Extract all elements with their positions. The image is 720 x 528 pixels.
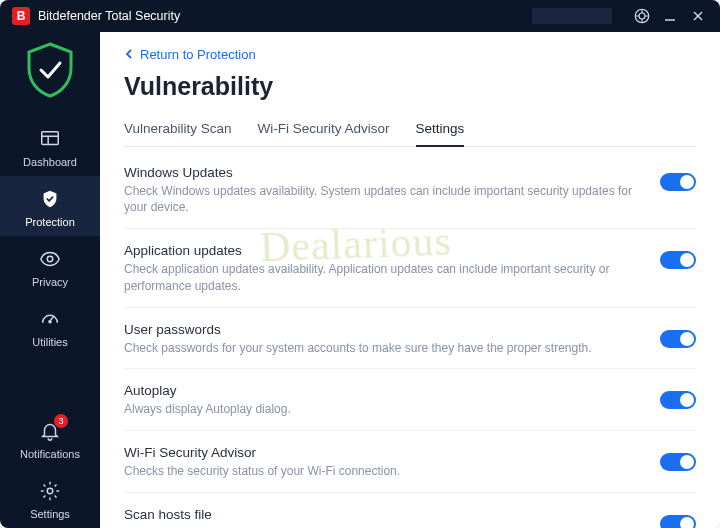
support-icon[interactable]	[632, 6, 652, 26]
sidebar-item-utilities[interactable]: Utilities	[0, 296, 100, 356]
sidebar-item-label: Protection	[25, 216, 75, 228]
setting-name: Scan hosts file	[124, 507, 640, 522]
tab-bar: Vulnerability Scan Wi-Fi Security Adviso…	[124, 115, 696, 147]
setting-description: Check passwords for your system accounts…	[124, 340, 640, 357]
sidebar: Dashboard Protection Privacy Utilities	[0, 32, 100, 528]
setting-toggle[interactable]	[660, 330, 696, 348]
app-window: B Bitdefender Total Security Dashboard	[0, 0, 720, 528]
setting-description: Checks the security status of your Wi-Fi…	[124, 463, 640, 480]
eye-icon	[37, 246, 63, 272]
sidebar-item-notifications[interactable]: 3 Notifications	[0, 408, 100, 468]
setting-description: Always display Autoplay dialog.	[124, 401, 640, 418]
close-button[interactable]	[688, 6, 708, 26]
sidebar-item-label: Settings	[30, 508, 70, 520]
sidebar-item-label: Utilities	[32, 336, 67, 348]
svg-point-14	[49, 321, 51, 323]
chevron-left-icon	[124, 48, 134, 60]
notification-badge: 3	[54, 414, 68, 428]
sidebar-item-label: Privacy	[32, 276, 68, 288]
setting-description: Check application updates availability. …	[124, 261, 640, 295]
app-title: Bitdefender Total Security	[38, 9, 180, 23]
tab-wifi-security-advisor[interactable]: Wi-Fi Security Advisor	[258, 115, 390, 146]
setting-name: Wi-Fi Security Advisor	[124, 445, 640, 460]
gear-icon	[37, 478, 63, 504]
setting-row: Wi-Fi Security AdvisorChecks the securit…	[124, 431, 696, 493]
dashboard-icon	[37, 126, 63, 152]
svg-point-1	[639, 13, 645, 19]
svg-point-12	[47, 256, 53, 262]
main-panel: Return to Protection Vulnerability Vulne…	[100, 32, 720, 528]
setting-row: Scan hosts fileChecks the file that maps…	[124, 493, 696, 528]
app-body: Dashboard Protection Privacy Utilities	[0, 32, 720, 528]
svg-point-15	[47, 488, 53, 494]
setting-description: Check Windows updates availability. Syst…	[124, 183, 640, 217]
setting-toggle[interactable]	[660, 391, 696, 409]
sidebar-item-label: Notifications	[20, 448, 80, 460]
tab-vulnerability-scan[interactable]: Vulnerability Scan	[124, 115, 232, 146]
tab-settings[interactable]: Settings	[416, 115, 465, 146]
setting-row: AutoplayAlways display Autoplay dialog.	[124, 369, 696, 431]
setting-name: User passwords	[124, 322, 640, 337]
settings-list: Windows UpdatesCheck Windows updates ava…	[124, 151, 696, 529]
setting-name: Windows Updates	[124, 165, 640, 180]
back-link-label: Return to Protection	[140, 47, 256, 62]
sidebar-item-settings[interactable]: Settings	[0, 468, 100, 528]
shield-icon	[37, 186, 63, 212]
speedometer-icon	[37, 306, 63, 332]
titlebar-placeholder	[532, 8, 612, 24]
setting-row: Windows UpdatesCheck Windows updates ava…	[124, 151, 696, 230]
setting-row: User passwordsCheck passwords for your s…	[124, 308, 696, 370]
svg-rect-9	[42, 132, 59, 145]
page-title: Vulnerability	[124, 72, 696, 101]
setting-toggle[interactable]	[660, 453, 696, 471]
sidebar-item-dashboard[interactable]: Dashboard	[0, 116, 100, 176]
sidebar-item-protection[interactable]: Protection	[0, 176, 100, 236]
minimize-button[interactable]	[660, 6, 680, 26]
setting-toggle[interactable]	[660, 173, 696, 191]
setting-toggle[interactable]	[660, 515, 696, 528]
sidebar-item-label: Dashboard	[23, 156, 77, 168]
setting-row: Application updatesCheck application upd…	[124, 229, 696, 308]
setting-name: Autoplay	[124, 383, 640, 398]
status-shield-icon	[23, 40, 77, 100]
setting-name: Application updates	[124, 243, 640, 258]
app-logo-icon: B	[12, 7, 30, 25]
back-link[interactable]: Return to Protection	[124, 47, 256, 62]
titlebar: B Bitdefender Total Security	[0, 0, 720, 32]
sidebar-item-privacy[interactable]: Privacy	[0, 236, 100, 296]
setting-toggle[interactable]	[660, 251, 696, 269]
